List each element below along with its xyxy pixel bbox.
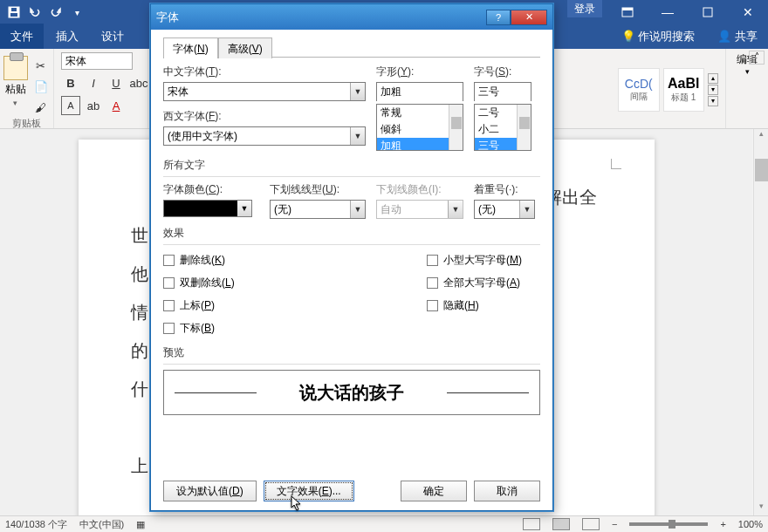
clipboard-group-label: 剪贴板 [7,117,46,130]
effects-label: 效果 [163,226,540,241]
maximize-icon[interactable] [688,0,728,24]
smallcaps-checkbox[interactable]: 小型大写字母(M) [427,250,531,270]
ribbon-display-options-icon[interactable] [607,0,648,24]
strike-button[interactable]: abc [129,73,148,92]
highlight-button[interactable]: ab [84,96,103,115]
styles-more-icon[interactable]: ▾ [708,96,718,106]
style-item-2[interactable]: AaBl 标题 1 [663,68,705,112]
svg-rect-6 [703,8,712,17]
paste-label: 粘贴 [5,82,26,97]
dialog-tabs: 字体(N) 高级(V) [163,37,540,58]
zoom-in-icon[interactable]: + [720,519,725,529]
superscript-checkbox[interactable]: 上标(P) [163,296,346,316]
svg-rect-2 [10,13,17,17]
save-icon[interactable] [7,5,21,19]
allcaps-checkbox[interactable]: 全部大写字母(A) [427,273,531,293]
scroll-up-icon[interactable]: ▴ [754,129,768,143]
ok-button[interactable]: 确定 [401,481,467,501]
underline-style-combo[interactable]: (无)▼ [270,200,366,219]
font-style-input[interactable]: 加粗 [376,82,463,101]
double-strike-checkbox[interactable]: 双删除线(L) [163,273,346,293]
format-painter-icon[interactable]: 🖌 [31,98,51,117]
emphasis-combo[interactable]: (无)▼ [474,200,535,219]
dialog-title: 字体 [156,10,179,25]
font-style-list[interactable]: 常规 倾斜 加粗 [376,104,463,151]
tell-me-label: 作说明搜索 [638,30,695,43]
preview-text: 说大话的孩子 [299,381,404,405]
qat-dropdown-icon[interactable]: ▾ [70,5,84,19]
minimize-icon[interactable]: — [648,0,688,24]
tab-advanced-dialog[interactable]: 高级(V) [218,38,272,58]
preview-box: 说大话的孩子 [163,370,540,415]
language-status[interactable]: 中文(中国) [79,518,124,531]
list-scrollbar[interactable] [449,105,463,150]
vertical-scrollbar[interactable]: ▴ ▾ [753,129,768,515]
cn-font-label: 中文字体(T): [163,65,366,79]
chevron-down-icon[interactable]: ▼ [519,201,534,218]
strike-checkbox[interactable]: 删除线(K) [163,250,346,270]
styles-up-icon[interactable]: ▴ [708,73,718,84]
chevron-down-icon[interactable]: ▼ [350,201,365,218]
chevron-down-icon[interactable]: ▼ [237,200,252,217]
styles-down-icon[interactable]: ▾ [708,85,718,95]
login-button[interactable]: 登录 [567,0,602,17]
style-item-1[interactable]: CcD( 间隔 [618,68,660,112]
scroll-down-icon[interactable]: ▾ [754,501,768,515]
close-icon[interactable]: ✕ [728,0,768,24]
font-name-combo[interactable]: 宋体 [61,52,133,70]
text-effects-button[interactable]: 文字效果(E)... [264,481,354,501]
west-font-combo[interactable]: (使用中文字体)▼ [163,126,366,146]
tab-design[interactable]: 设计 [91,24,134,50]
cancel-button[interactable]: 取消 [474,481,540,501]
redo-icon[interactable] [49,5,63,19]
macro-record-icon[interactable]: ▦ [136,519,145,530]
style-sample: AaBl [668,76,699,92]
copy-icon[interactable]: 📄 [31,77,51,96]
scroll-thumb[interactable] [755,159,768,181]
dialog-close-icon[interactable]: ✕ [511,10,547,25]
bold-button[interactable]: B [61,73,80,92]
word-count[interactable]: 140/1038 个字 [5,518,67,531]
underline-button[interactable]: U [106,73,126,92]
underline-style-label: 下划线线型(U): [270,182,366,197]
cn-font-combo[interactable]: 宋体▼ [163,82,366,101]
zoom-slider[interactable] [629,522,708,526]
share-label: 共享 [735,30,758,43]
italic-button[interactable]: I [84,73,103,92]
collapse-ribbon-icon[interactable]: ˄ [749,51,765,65]
help-icon[interactable]: ? [486,10,511,25]
paste-icon [3,56,28,80]
zoom-out-icon[interactable]: − [612,519,617,529]
font-size-input[interactable]: 三号 [474,82,531,101]
paste-button[interactable]: 粘贴 ▾ [3,56,28,117]
tab-insert[interactable]: 插入 [45,24,89,50]
dialog-title-bar[interactable]: 字体 ? ✕ [151,4,552,30]
chevron-down-icon[interactable]: ▼ [350,83,365,100]
style-label: 标题 1 [671,92,696,104]
status-bar: 140/1038 个字 中文(中国) ▦ − + 100% [0,515,768,532]
cut-icon[interactable]: ✂ [31,56,51,75]
all-font-label: 所有文字 [163,158,540,173]
print-layout-icon[interactable] [552,518,570,530]
font-style-label: 字形(Y): [376,65,463,79]
font-char-border-button[interactable]: A [61,96,80,115]
tab-file[interactable]: 文件 [0,24,44,50]
web-layout-icon[interactable] [582,518,600,530]
font-color-swatch[interactable]: ▼ [163,200,238,217]
subscript-checkbox[interactable]: 下标(B) [163,318,346,338]
underline-color-combo: 自动▼ [376,200,463,219]
emphasis-label: 着重号(·): [474,182,535,197]
list-scrollbar[interactable] [517,105,531,150]
tab-font-dialog[interactable]: 字体(N) [163,38,218,58]
set-default-button[interactable]: 设为默认值(D) [163,481,257,501]
tell-me-search[interactable]: 💡 作说明搜索 [611,24,706,50]
font-size-list[interactable]: 二号 小二 三号 [474,104,531,151]
chevron-down-icon[interactable]: ▼ [350,127,365,145]
font-color-button[interactable]: A [106,96,126,115]
svg-rect-5 [622,8,633,10]
hidden-checkbox[interactable]: 隐藏(H) [427,296,531,316]
undo-icon[interactable] [28,5,42,19]
share-button[interactable]: 👤 共享 [707,24,768,50]
zoom-level[interactable]: 100% [738,519,763,529]
read-mode-icon[interactable] [523,518,540,530]
